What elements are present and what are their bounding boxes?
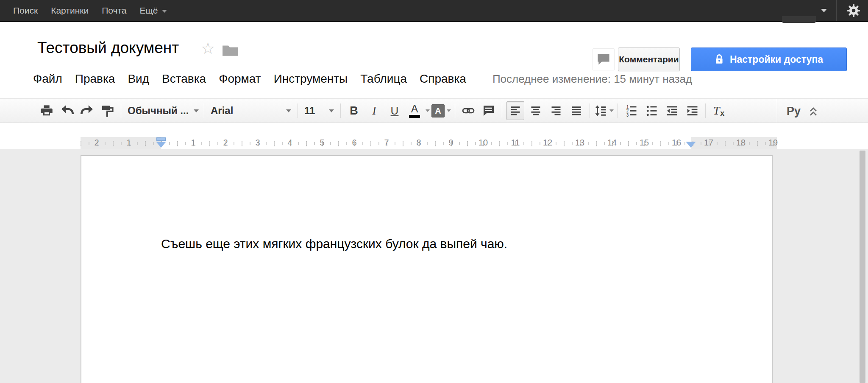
menu-table[interactable]: Таблица <box>360 72 407 86</box>
justify-icon <box>570 105 583 117</box>
share-button-label: Настройки доступа <box>730 54 823 65</box>
comment-bubble-button[interactable] <box>593 48 615 70</box>
ruler-number: 10 <box>479 138 488 148</box>
document-header: Тестовый документ ☆ Комментарии Настройк… <box>0 23 868 98</box>
text-color-icon: A <box>411 103 418 114</box>
ruler-number: 4 <box>287 138 292 148</box>
chevron-down-icon <box>194 109 199 112</box>
underline-icon: U <box>391 104 399 117</box>
numbered-list-button[interactable]: 1 2 3 <box>622 101 640 120</box>
ruler-number: 19 <box>768 138 778 148</box>
gear-icon <box>846 3 861 18</box>
highlight-color-icon: A <box>431 104 445 117</box>
clear-formatting-icon: T x <box>713 104 725 118</box>
undo-button[interactable] <box>58 101 76 120</box>
first-line-indent-marker[interactable] <box>156 137 166 141</box>
decrease-indent-icon <box>665 104 679 117</box>
folder-icon <box>222 44 238 57</box>
right-indent-marker[interactable] <box>686 142 696 148</box>
insert-comment-icon <box>482 104 495 117</box>
bold-button[interactable]: B <box>345 101 363 120</box>
document-canvas: Съешь еще этих мягких французских булок … <box>0 149 868 383</box>
google-top-bar: Поиск Картинки Почта Ещё <box>0 0 868 22</box>
menu-file[interactable]: Файл <box>33 72 62 86</box>
ruler-number: 6 <box>352 138 356 148</box>
redo-icon <box>80 104 95 117</box>
decrease-indent-button[interactable] <box>663 101 681 120</box>
chevron-down-icon <box>426 109 430 112</box>
topbar-link-search[interactable]: Поиск <box>13 6 38 16</box>
toolbar-separator <box>618 103 618 118</box>
ruler-number: 7 <box>384 138 389 148</box>
underline-button[interactable]: U <box>386 101 403 120</box>
left-indent-marker[interactable] <box>156 142 166 148</box>
align-center-button[interactable] <box>527 101 545 120</box>
menu-view[interactable]: Вид <box>128 72 149 86</box>
font-size-dropdown[interactable]: 11 <box>304 101 334 120</box>
align-right-button[interactable] <box>547 101 565 120</box>
last-edit-status[interactable]: Последнее изменение: 15 минут назад <box>492 73 692 86</box>
ruler-number: 1 <box>126 138 131 148</box>
svg-text:3: 3 <box>626 113 629 117</box>
insert-comment-button[interactable] <box>480 101 498 120</box>
star-icon[interactable]: ☆ <box>201 41 215 56</box>
toolbar-separator <box>455 103 455 118</box>
topbar-more-menu[interactable]: Ещё <box>140 6 167 16</box>
ruler-number: 13 <box>575 138 584 148</box>
toolbar-separator <box>298 103 298 118</box>
ruler-number: 8 <box>416 138 421 148</box>
toolbar-separator <box>204 103 204 118</box>
numbered-list-icon: 1 2 3 <box>624 104 638 117</box>
font-size-value: 11 <box>304 105 315 117</box>
redo-button[interactable] <box>78 101 96 120</box>
topbar-link-images[interactable]: Картинки <box>51 6 89 16</box>
highlight-letter: A <box>435 106 441 116</box>
highlight-color-button[interactable]: A <box>431 104 451 117</box>
paragraph-style-value: Обычный ... <box>128 105 189 117</box>
font-family-dropdown[interactable]: Arial <box>211 101 291 120</box>
italic-icon: I <box>373 104 376 117</box>
undo-icon <box>60 104 74 117</box>
document-page[interactable]: Съешь еще этих мягких французских булок … <box>81 155 773 383</box>
vertical-scrollbar[interactable] <box>860 151 865 383</box>
document-title[interactable]: Тестовый документ <box>37 39 179 57</box>
align-left-button[interactable] <box>506 101 524 120</box>
menu-help[interactable]: Справка <box>420 72 466 86</box>
increase-indent-icon <box>685 104 699 117</box>
italic-button[interactable]: I <box>365 101 383 120</box>
move-to-folder-button[interactable] <box>222 44 238 57</box>
bulleted-list-icon <box>645 104 658 117</box>
menu-insert[interactable]: Вставка <box>162 72 206 86</box>
bold-icon: B <box>350 104 358 117</box>
menu-tools[interactable]: Инструменты <box>274 72 348 86</box>
justify-button[interactable] <box>568 101 585 120</box>
ruler-number: 1 <box>191 138 195 148</box>
document-text[interactable]: Съешь еще этих мягких французских булок … <box>161 237 507 251</box>
line-spacing-button[interactable] <box>594 104 614 117</box>
ruler-band[interactable]: 2112345678910111213141516171819 <box>81 137 777 149</box>
topbar-link-mail[interactable]: Почта <box>102 6 126 16</box>
insert-link-button[interactable] <box>459 101 477 120</box>
increase-indent-button[interactable] <box>683 101 701 120</box>
input-language-button[interactable]: Ру <box>787 105 801 118</box>
print-button[interactable] <box>38 101 56 120</box>
collapse-toolbar-button[interactable] <box>807 105 819 117</box>
align-left-icon <box>509 105 522 117</box>
menu-edit[interactable]: Правка <box>75 72 115 86</box>
paragraph-style-dropdown[interactable]: Обычный ... <box>128 101 198 120</box>
topbar-dropdown-icon[interactable] <box>821 9 827 12</box>
clear-formatting-button[interactable]: T x <box>710 101 728 120</box>
clear-formatting-x: x <box>720 109 724 118</box>
paint-format-button[interactable] <box>99 101 117 120</box>
chevron-down-icon <box>329 109 334 112</box>
comments-button[interactable]: Комментарии <box>618 48 680 71</box>
bulleted-list-button[interactable] <box>643 101 660 120</box>
share-settings-button[interactable]: Настройки доступа <box>691 48 847 71</box>
topbar-more-label: Ещё <box>140 6 158 16</box>
chevron-down-icon <box>447 109 451 112</box>
ruler-number: 16 <box>672 138 681 148</box>
settings-gear-button[interactable] <box>846 3 861 18</box>
menu-format[interactable]: Формат <box>219 72 261 86</box>
text-color-button[interactable]: A <box>406 101 430 120</box>
menu-bar: Файл Правка Вид Вставка Формат Инструмен… <box>0 72 868 86</box>
